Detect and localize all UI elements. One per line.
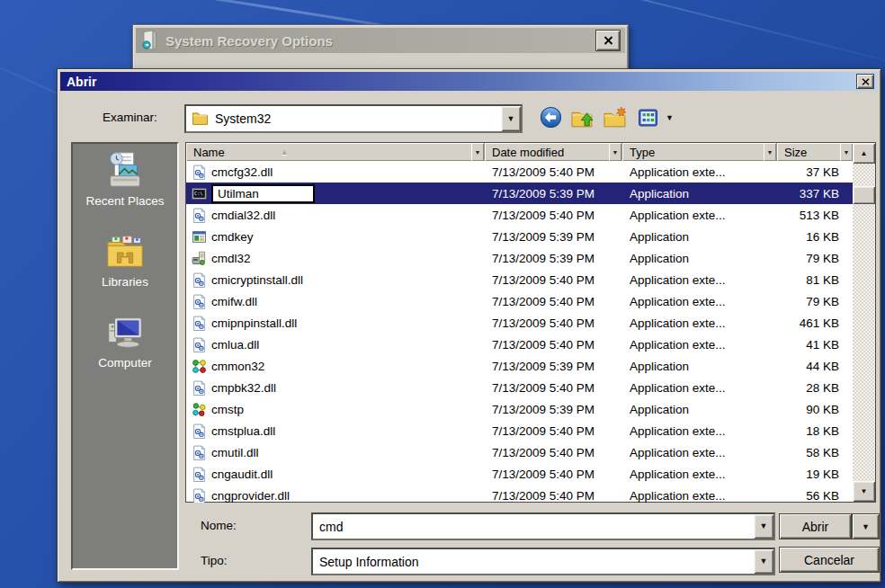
file-type-combobox[interactable]: Setup Information ▼ (311, 548, 775, 575)
file-size-cell: 28 KB (777, 381, 854, 395)
table-row[interactable]: cmipnpinstall.dll7/13/2009 5:40 PMApplic… (186, 312, 854, 334)
file-name-text: cmicryptinstall.dll (211, 273, 303, 287)
rename-edit-box[interactable]: Utilman (211, 184, 315, 203)
column-header-label: Date modified (492, 146, 564, 159)
recovery-titlebar[interactable]: System Recovery Options (136, 28, 625, 53)
open-dialog: Abrir Examinar: System32 ▼ (57, 68, 881, 583)
sidebar-item-computer[interactable]: Computer (98, 312, 151, 370)
file-date-cell: 7/13/2009 5:40 PM (485, 209, 622, 222)
netstp-file-icon (192, 402, 207, 417)
table-row[interactable]: cmpbk32.dll7/13/2009 5:40 PMApplication … (186, 377, 854, 398)
table-row[interactable]: cmstp7/13/2009 5:39 PMApplication90 KB (186, 398, 854, 420)
file-name-cell: cmlua.dll (186, 334, 485, 355)
dll-file-icon (192, 488, 207, 503)
file-type-dropdown-button[interactable]: ▼ (754, 549, 773, 574)
table-row[interactable]: cmutil.dll7/13/2009 5:40 PMApplication e… (186, 441, 854, 463)
file-type-label: Tipo: (201, 554, 228, 567)
table-row[interactable]: cmstplua.dll7/13/2009 5:40 PMApplication… (186, 420, 854, 441)
look-in-label: Examinar: (103, 111, 157, 124)
dll-file-icon (192, 423, 207, 439)
scrollbar-track[interactable] (853, 164, 875, 481)
table-row[interactable]: cmmon327/13/2009 5:39 PMApplication44 KB (186, 355, 854, 377)
dll-file-icon (192, 272, 207, 288)
open-button[interactable]: Abrir (779, 513, 852, 539)
file-date-cell: 7/13/2009 5:40 PM (485, 446, 622, 459)
table-row[interactable]: cmlua.dll7/13/2009 5:40 PMApplication ex… (186, 334, 854, 355)
column-filter-button[interactable]: ▼ (840, 143, 853, 161)
column-header-name[interactable]: Name▲▼ (186, 143, 485, 161)
chevron-down-icon: ▼ (760, 522, 768, 530)
vertical-scrollbar[interactable]: ▲ ▼ (853, 143, 875, 502)
table-row[interactable]: cmcfg32.dll7/13/2009 5:40 PMApplication … (186, 161, 854, 183)
column-header-label: Size (784, 146, 807, 159)
recovery-close-button[interactable] (595, 30, 621, 51)
table-row[interactable]: cmdkey7/13/2009 5:39 PMApplication16 KB (186, 226, 854, 247)
new-folder-button[interactable] (603, 105, 628, 129)
file-name-cell: cmdial32.dll (186, 204, 485, 226)
scrollbar-thumb[interactable] (853, 186, 875, 204)
file-name-combobox[interactable]: cmd ▼ (311, 512, 775, 540)
table-row[interactable]: cmdial32.dll7/13/2009 5:40 PMApplication… (186, 204, 854, 226)
file-size-cell: 16 KB (777, 230, 854, 244)
close-icon (603, 36, 613, 45)
recovery-window-title: System Recovery Options (165, 33, 595, 49)
file-name-cell: cmicryptinstall.dll (186, 269, 485, 290)
file-date-cell: 7/13/2009 5:40 PM (485, 273, 622, 287)
file-name-cell: cmpbk32.dll (186, 377, 485, 398)
file-date-cell: 7/13/2009 5:40 PM (485, 295, 622, 308)
table-row[interactable]: C:\Utilman7/13/2009 5:39 PMApplication33… (186, 183, 854, 204)
dll-file-icon (192, 294, 207, 309)
libraries-icon (104, 231, 146, 272)
file-name-cell: cmmon32 (186, 355, 485, 377)
column-filter-button[interactable]: ▼ (764, 143, 776, 161)
open-button-dropdown[interactable]: ▼ (852, 513, 880, 539)
column-filter-button[interactable]: ▼ (609, 143, 621, 161)
up-one-level-button[interactable] (571, 105, 595, 129)
cmd-file-icon: C:\ (192, 186, 207, 201)
file-name-text: cmmon32 (211, 360, 264, 373)
table-row[interactable]: cmicryptinstall.dll7/13/2009 5:40 PMAppl… (186, 269, 854, 290)
cancel-button[interactable]: Cancelar (779, 547, 880, 573)
scroll-down-button[interactable]: ▼ (853, 481, 875, 502)
file-name-text: cmdkey (211, 230, 254, 244)
file-date-cell: 7/13/2009 5:40 PM (485, 424, 622, 438)
views-icon (637, 107, 659, 129)
file-name-cell: cmstp (186, 398, 485, 420)
dialog-close-button[interactable] (856, 74, 874, 89)
views-dropdown-caret[interactable]: ▼ (666, 113, 674, 122)
column-filter-button[interactable]: ▼ (471, 143, 484, 161)
file-size-cell: 79 KB (777, 252, 854, 265)
look-in-dropdown-button[interactable]: ▼ (501, 106, 521, 131)
file-size-cell: 44 KB (777, 360, 854, 373)
file-size-cell: 90 KB (777, 403, 854, 416)
column-header-type[interactable]: Type▼ (622, 143, 777, 161)
look-in-combobox[interactable]: System32 ▼ (184, 104, 523, 133)
file-name-text: cmdl32 (211, 252, 251, 265)
dialog-titlebar[interactable]: Abrir (60, 72, 878, 91)
file-date-cell: 7/13/2009 5:39 PM (485, 230, 622, 244)
file-type-cell: Application exte... (622, 273, 777, 287)
file-name-cell: cmdl32 (186, 247, 485, 269)
computer-icon (104, 312, 146, 353)
file-name-text: cngaudit.dll (211, 468, 273, 481)
column-header-size[interactable]: Size▼ (777, 143, 854, 161)
dialer-file-icon (192, 251, 207, 266)
file-name-dropdown-button[interactable]: ▼ (754, 514, 773, 539)
scroll-up-button[interactable]: ▲ (853, 143, 875, 164)
sidebar-item-libraries[interactable]: Libraries (102, 231, 148, 289)
sidebar-item-recent-places[interactable]: Recent Places (85, 150, 164, 208)
views-button[interactable] (636, 105, 660, 129)
table-row[interactable]: cmifw.dll7/13/2009 5:40 PMApplication ex… (186, 290, 854, 312)
table-row[interactable]: cngprovider.dll7/13/2009 5:40 PMApplicat… (186, 485, 854, 503)
file-size-cell: 37 KB (777, 165, 854, 179)
table-row[interactable]: cmdl327/13/2009 5:39 PMApplication79 KB (186, 247, 854, 269)
back-button[interactable] (539, 105, 563, 129)
file-name-cell: cmstplua.dll (186, 420, 485, 441)
file-name-cell: cngaudit.dll (186, 463, 485, 485)
file-type-cell: Application exte... (622, 209, 777, 222)
table-row[interactable]: cngaudit.dll7/13/2009 5:40 PMApplication… (186, 463, 854, 485)
column-header-date[interactable]: Date modified▼ (485, 143, 622, 161)
file-name-cell: cmifw.dll (186, 290, 485, 312)
file-name-value: cmd (313, 520, 754, 534)
file-name-text: cmcfg32.dll (211, 165, 273, 179)
